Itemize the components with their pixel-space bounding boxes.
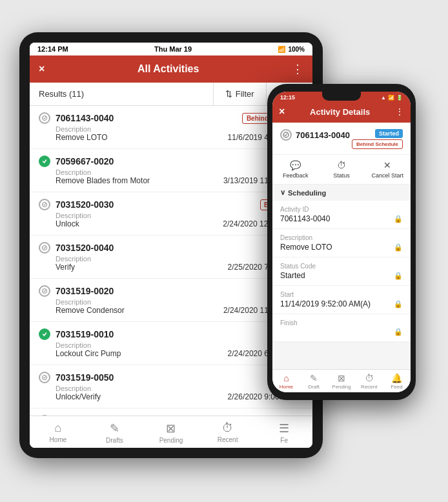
action-label: Status — [333, 172, 350, 179]
field-card: Activity ID 7061143-0040 🔒 — [272, 201, 411, 229]
phone-tab-home[interactable]: ⌂Home — [272, 370, 300, 392]
field-card: Start 11/14/2019 9:52:00 AM(A) 🔒 — [272, 286, 411, 314]
desc-label: Description — [56, 125, 228, 133]
activity-desc-row: Description Remove LOTO Finish By 11/6/2… — [39, 125, 303, 142]
phone-tab-label: Home — [280, 384, 293, 390]
activity-status-dot — [39, 156, 50, 167]
close-button[interactable]: × — [39, 63, 45, 75]
tablet-header: × All Activities ⋮ — [30, 55, 312, 83]
activity-desc-row: Description Remove Blades from Motor Fin… — [39, 168, 303, 185]
phone-menu-icon[interactable]: ⋮ — [395, 106, 404, 117]
desc-value: Unlock/Verify — [56, 392, 228, 401]
activity-desc-col: Description Unlock/Verify — [56, 385, 228, 401]
tablet-status-bar: 12:14 PM Thu Mar 19 📶 100% — [30, 43, 312, 55]
activity-status-dot — [39, 285, 50, 297]
activity-id: 7031519-0020 — [56, 286, 114, 296]
phone-action-status[interactable]: ⏱Status — [318, 155, 364, 184]
field-value-row: Started 🔒 — [280, 271, 403, 280]
svg-point-4 — [43, 376, 47, 380]
action-icon: ⏱ — [337, 160, 346, 170]
activity-desc-row: Description Verify Finish By 2/25/2020 7… — [39, 255, 303, 272]
phone-tab-pending[interactable]: ⊠Pending — [328, 370, 356, 392]
activity-status-dot — [39, 199, 50, 210]
lock-icon: 🔒 — [394, 243, 403, 252]
activity-status-dot — [39, 328, 50, 340]
lock-icon: 🔒 — [394, 272, 403, 280]
tab-label: Fe — [280, 437, 288, 444]
phone-action-feedback[interactable]: 💬Feedback — [272, 155, 318, 184]
tablet-tab-pending[interactable]: ⊠Pending — [143, 416, 199, 448]
phone-wifi-icon: 📶 — [388, 95, 394, 101]
activity-item[interactable]: 7031519-0040 Description Finish By — [30, 408, 312, 416]
desc-value: Verify — [56, 263, 228, 272]
phone-close-button[interactable]: × — [279, 106, 285, 117]
tab-icon: ✎ — [110, 421, 119, 436]
desc-value: Remove LOTO — [56, 133, 228, 142]
activity-item-header: 7031519-0020 Behind S — [39, 285, 303, 297]
lock-icon: 🔒 — [394, 300, 403, 308]
lock-icon: 🔒 — [394, 328, 403, 336]
tablet-tab-home[interactable]: ⌂Home — [30, 416, 87, 448]
field-card: Finish 🔒 — [272, 314, 411, 342]
phone-status-icons: ▲ 📶 🔋 — [381, 95, 403, 101]
phone-tab-recent[interactable]: ⏱Recent — [355, 370, 383, 392]
field-card: Status Code Started 🔒 — [272, 257, 411, 286]
action-icon: 💬 — [290, 160, 301, 170]
activity-item-header: 7031519-0010 — [39, 328, 303, 340]
activity-id: 7031520-0040 — [56, 243, 114, 253]
activity-id-row: 7031520-0030 — [39, 199, 114, 210]
chevron-down-icon: ∨ — [280, 188, 285, 197]
phone-screen: 12:15 ▲ 📶 🔋 × Activity Details ⋮ — [272, 92, 411, 392]
phone-tab-label: Recent — [361, 384, 377, 390]
filter-button[interactable]: ⇅ Filter — [213, 83, 266, 105]
activity-id: 7031520-0030 — [56, 199, 114, 210]
filter-icon: ⇅ — [225, 89, 232, 99]
activity-desc-row: Description Unlock Finish By 2/24/2020 1… — [39, 212, 303, 228]
tablet-tab-fe[interactable]: ☰Fe — [256, 416, 312, 448]
activity-desc-row: Description Remove Condensor Finish By 2… — [39, 298, 303, 315]
phone-tab-icon: ⌂ — [283, 373, 289, 383]
desc-value: Remove Condensor — [56, 306, 223, 315]
activity-desc-col: Description Lockout Circ Pump — [56, 341, 228, 358]
phone-tab-draft[interactable]: ✎Draft — [300, 370, 328, 392]
phone-battery-icon: 🔋 — [396, 95, 403, 101]
phone-time: 12:15 — [280, 94, 295, 101]
desc-label: Description — [56, 212, 223, 219]
tab-icon: ☰ — [279, 421, 289, 436]
desc-label: Description — [56, 298, 223, 306]
tablet-tab-recent[interactable]: ⏱Recent — [199, 416, 256, 448]
activity-id-row: 7031520-0040 — [39, 242, 114, 254]
activity-desc-col: Description Remove Condensor — [56, 298, 223, 315]
tab-label: Drafts — [106, 437, 123, 444]
field-card: Description Remove LOTO 🔒 — [272, 229, 411, 257]
action-label: Feedback — [283, 172, 309, 179]
field-value-row: 🔒 — [280, 328, 403, 336]
action-icon: ✕ — [383, 160, 391, 170]
phone-tab-feed[interactable]: 🔔Feed — [383, 370, 411, 392]
activity-status-dot — [39, 242, 50, 254]
phone-behind-badge: Behind Schedule — [352, 139, 403, 149]
activity-status-dot — [39, 112, 50, 124]
activity-id: 7031519-0010 — [56, 329, 114, 339]
desc-value: Remove Blades from Motor — [56, 176, 223, 185]
desc-label: Description — [56, 385, 228, 392]
phone-header: × Activity Details ⋮ — [272, 102, 411, 123]
activity-item-header: 7031519-0050 Behind S — [39, 372, 303, 383]
started-badge: Started — [375, 129, 403, 138]
desc-label: Description — [56, 341, 228, 349]
phone-content: ∨ Scheduling Activity ID 7061143-0040 🔒 … — [272, 185, 411, 369]
activity-id-row: 7031519-0050 — [39, 372, 114, 383]
field-value: 7061143-0040 — [280, 214, 330, 223]
menu-icon[interactable]: ⋮ — [292, 62, 303, 76]
phone-action-cancel-start[interactable]: ✕Cancel Start — [365, 155, 411, 184]
tab-icon: ⏱ — [222, 421, 234, 435]
activity-desc-col: Description Verify — [56, 255, 228, 272]
tablet-tab-drafts[interactable]: ✎Drafts — [87, 416, 143, 448]
tab-icon: ⌂ — [54, 421, 61, 435]
filter-label: Filter — [236, 89, 254, 99]
activity-id-row: 7059667-0020 — [39, 156, 114, 167]
field-label: Finish — [280, 319, 403, 326]
desc-value: Unlock — [56, 219, 223, 228]
field-value-row: Remove LOTO 🔒 — [280, 243, 403, 252]
activity-id-row: 7031519-0010 — [39, 328, 114, 340]
